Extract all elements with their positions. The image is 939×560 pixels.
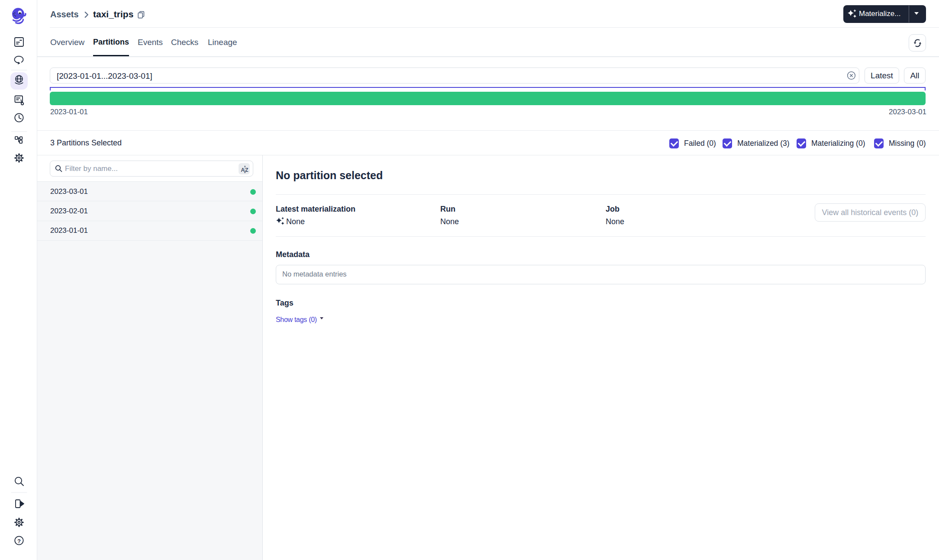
svg-text:?: ? <box>17 538 21 544</box>
svg-text:A: A <box>241 167 245 173</box>
svg-text:Z: Z <box>245 167 248 173</box>
